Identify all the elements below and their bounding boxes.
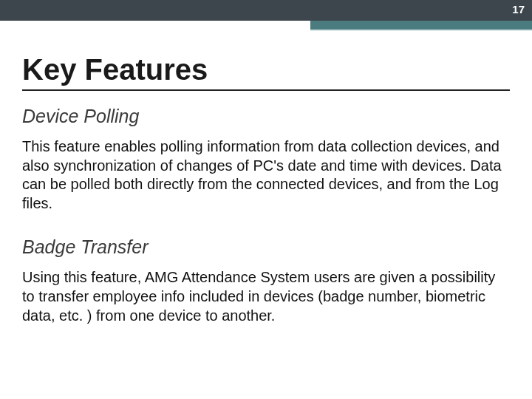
top-bar: 17 bbox=[0, 0, 532, 21]
section-body: This feature enables polling information… bbox=[22, 137, 502, 213]
content-area: Key Features Device Polling This feature… bbox=[0, 21, 532, 325]
title-underline bbox=[22, 89, 510, 91]
slide: 17 Key Features Device Polling This feat… bbox=[0, 0, 532, 399]
page-number: 17 bbox=[512, 3, 525, 16]
page-title: Key Features bbox=[22, 53, 510, 86]
accent-bar bbox=[310, 21, 532, 31]
section-heading: Badge Transfer bbox=[22, 236, 510, 258]
section-heading: Device Polling bbox=[22, 106, 510, 127]
section-body: Using this feature, AMG Attendance Syste… bbox=[22, 268, 502, 325]
